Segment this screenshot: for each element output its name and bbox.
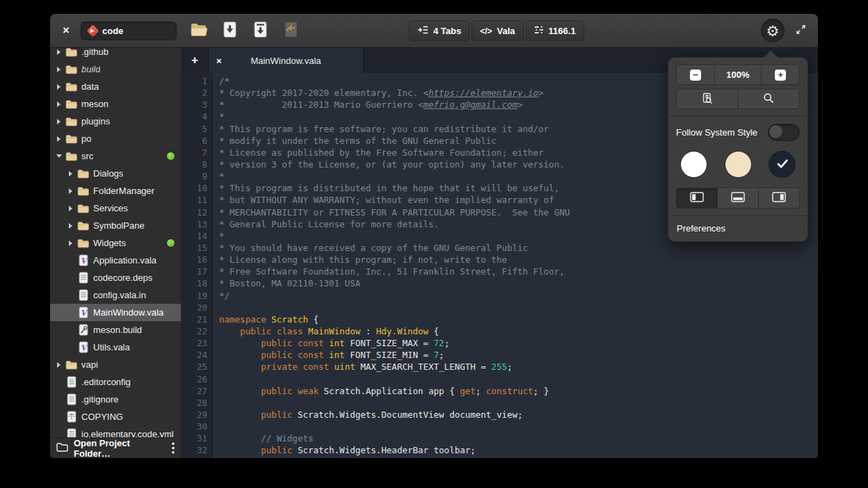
expander-collapsed-icon[interactable] [54, 49, 64, 55]
line-number: 1 [182, 75, 207, 87]
line-number: 19 [182, 290, 207, 302]
fullscreen-button[interactable] [790, 20, 811, 41]
expander-collapsed-icon[interactable] [65, 206, 76, 211]
find-button[interactable] [738, 89, 801, 109]
tree-item-widgets[interactable]: Widgets [50, 234, 181, 252]
project-name: code [102, 26, 123, 36]
zoom-level-button[interactable]: 100% [714, 65, 762, 85]
expander-collapsed-icon[interactable] [65, 171, 76, 177]
code-line-20 [219, 302, 818, 314]
follow-system-style-label: Follow System Style [676, 127, 757, 138]
expander-collapsed-icon[interactable] [54, 136, 64, 142]
style-sepia-swatch[interactable] [725, 152, 751, 177]
new-tab-button[interactable]: + [182, 48, 208, 73]
file-tree: .githubbuilddatamesonpluginsposrcDialogs… [50, 43, 181, 437]
tree-item-mainwindow-vala[interactable]: VMainWindow.vala [50, 304, 181, 321]
tree-item-meson-build[interactable]: meson.build [50, 321, 181, 339]
settings-menu-button[interactable]: ⚙ [761, 19, 785, 42]
tree-item-label: COPYING [81, 412, 123, 422]
tree-item--gitignore[interactable]: .gitignore [50, 391, 181, 408]
expander-collapsed-icon[interactable] [65, 188, 76, 194]
open-project-folder-button[interactable]: Open Project Folder… [50, 437, 181, 458]
text-icon [77, 289, 89, 301]
expander-collapsed-icon[interactable] [54, 84, 64, 90]
tab-overview-button[interactable]: 4 Tabs [409, 21, 469, 41]
folder-icon [65, 150, 77, 162]
save-file-button[interactable] [218, 19, 241, 42]
expander-collapsed-icon[interactable] [54, 362, 64, 368]
line-number: 27 [182, 385, 207, 397]
layout-sidebar-left-button[interactable] [676, 188, 718, 209]
project-chip[interactable]: code [81, 22, 177, 40]
tree-item-foldermanager[interactable]: FolderManager [50, 182, 181, 200]
expander-collapsed-icon[interactable] [54, 101, 64, 107]
window-close-button[interactable]: × [57, 22, 75, 40]
zoom-out-button[interactable]: − [676, 65, 715, 85]
code-line-17: * Free Software Foundation, Inc., 51 Fra… [219, 266, 818, 277]
project-menu-button[interactable] [172, 442, 175, 454]
tree-item-symbolpane[interactable]: SymbolPane [50, 217, 181, 234]
goto-line-button[interactable]: 1166.1 [526, 21, 584, 41]
zoom-in-button[interactable]: + [761, 65, 800, 85]
tree-item-po[interactable]: po [50, 130, 181, 147]
tree-item-config-vala-in[interactable]: config.vala.in [50, 286, 181, 304]
tab-mainwindow-vala[interactable]: × MainWindow.vala [208, 48, 364, 73]
tree-item-src[interactable]: src [50, 147, 181, 165]
find-in-document-icon [702, 92, 713, 106]
folder-icon [65, 359, 77, 371]
layout-panel-bottom-button[interactable] [717, 188, 759, 209]
tree-item-label: Dialogs [93, 168, 123, 179]
tree-item-label: .editorconfig [81, 377, 131, 387]
expander-collapsed-icon[interactable] [54, 119, 64, 124]
folder-icon [77, 237, 89, 249]
tree-item-codecore-deps[interactable]: codecore.deps [50, 269, 181, 286]
layout-controls [676, 188, 800, 209]
tree-item-label: po [81, 133, 91, 144]
line-number: 8 [182, 158, 207, 170]
tree-item-dialogs[interactable]: Dialogs [50, 165, 181, 182]
folder-icon [65, 63, 77, 75]
line-number: 22 [182, 325, 207, 337]
style-light-swatch[interactable] [681, 152, 707, 177]
tree-item-build[interactable]: build [50, 60, 181, 78]
tab-close-button[interactable]: × [216, 56, 222, 66]
tree-item-application-vala[interactable]: VApplication.vala [50, 252, 181, 269]
expander-collapsed-icon[interactable] [65, 241, 76, 246]
tree-item-vapi[interactable]: vapi [50, 356, 181, 373]
tree-item-data[interactable]: data [50, 78, 181, 95]
tree-item-label: Application.vala [93, 255, 156, 266]
preferences-menu-item[interactable]: Preferences [668, 216, 807, 241]
search-icon [763, 92, 774, 106]
tree-item-utils-vala[interactable]: VUtils.vala [50, 339, 181, 356]
gear-icon: ⚙ [766, 24, 780, 38]
open-file-button[interactable] [188, 19, 210, 42]
line-number: 11 [182, 194, 207, 206]
expander-collapsed-icon[interactable] [54, 67, 64, 72]
line-number: 14 [182, 230, 207, 242]
tree-item-services[interactable]: Services [50, 200, 181, 217]
layout-sidebar-right-button[interactable] [758, 188, 800, 209]
tree-item-copying[interactable]: COPYING [50, 408, 181, 425]
find-in-project-button[interactable] [676, 89, 739, 109]
tab-title: MainWindow.vala [209, 56, 363, 66]
expander-expanded-icon[interactable] [54, 154, 64, 158]
expander-collapsed-icon[interactable] [65, 223, 76, 229]
style-dark-swatch[interactable] [769, 152, 795, 177]
tree-item-io-elementary-code-yml[interactable]: io.elementary.code.yml [50, 425, 181, 437]
line-number: 3 [182, 99, 207, 111]
zoom-in-icon: + [775, 70, 786, 81]
tree-item-label: .github [81, 47, 108, 57]
tree-item--editorconfig[interactable]: .editorconfig [50, 373, 181, 391]
tree-item--github[interactable]: .github [50, 43, 181, 60]
language-button[interactable]: </> Vala [472, 21, 523, 41]
tree-item-plugins[interactable]: plugins [50, 113, 181, 130]
save-as-button[interactable] [249, 19, 271, 42]
line-number: 29 [182, 409, 207, 421]
follow-system-style-toggle[interactable] [768, 124, 800, 141]
code-line-22: public class MainWindow : Hdy.Window { [219, 325, 818, 337]
open-folder-icon [190, 22, 208, 40]
line-number: 26 [182, 373, 207, 385]
preferences-label: Preferences [677, 223, 725, 234]
code-line-29: public Scratch.Widgets.DocumentView docu… [219, 409, 818, 421]
tree-item-meson[interactable]: meson [50, 95, 181, 113]
